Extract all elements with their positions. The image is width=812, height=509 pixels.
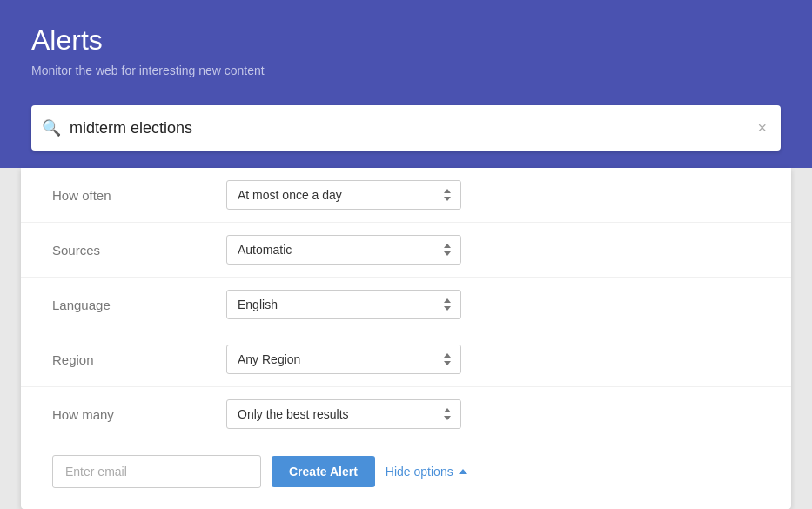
page-title: Alerts [31, 24, 781, 57]
option-label-language: Language [52, 298, 226, 312]
option-select-region[interactable]: Any RegionUnited StatesUnited KingdomCan… [226, 345, 461, 374]
option-select-language[interactable]: All LanguagesEnglishSpanishFrenchGerman [226, 290, 461, 319]
option-select-sources[interactable]: AutomaticNewsBlogsWebVideoBooksDiscussio… [226, 235, 461, 265]
chevron-up-icon [459, 469, 467, 474]
clear-search-button[interactable]: × [754, 117, 770, 139]
footer-row: Create Alert Hide options [21, 441, 791, 488]
hide-options-button[interactable]: Hide options [386, 465, 467, 479]
page-subtitle: Monitor the web for interesting new cont… [31, 64, 781, 77]
search-input[interactable] [70, 119, 754, 137]
option-select-how-often[interactable]: As it happensAt most once a dayAt most o… [226, 180, 461, 210]
option-label-how-often: How often [52, 188, 226, 203]
option-label-sources: Sources [52, 243, 226, 258]
search-icon: 🔍 [42, 118, 61, 137]
option-row-how-many: How manyOnly the best resultsAll results [21, 387, 791, 441]
option-row-region: RegionAny RegionUnited StatesUnited King… [21, 332, 791, 387]
option-select-how-many[interactable]: Only the best resultsAll results [226, 399, 461, 429]
hide-options-label: Hide options [386, 465, 453, 479]
option-row-how-often: How oftenAs it happensAt most once a day… [21, 168, 791, 223]
options-rows: How oftenAs it happensAt most once a day… [21, 168, 791, 441]
search-bar: 🔍 × [31, 105, 781, 151]
create-alert-button[interactable]: Create Alert [272, 456, 375, 487]
email-input[interactable] [52, 455, 261, 488]
search-bar-container: 🔍 × [0, 105, 812, 168]
header: Alerts Monitor the web for interesting n… [0, 0, 812, 105]
option-row-sources: SourcesAutomaticNewsBlogsWebVideoBooksDi… [21, 223, 791, 278]
page: Alerts Monitor the web for interesting n… [0, 0, 812, 509]
option-label-how-many: How many [52, 407, 226, 422]
option-row-language: LanguageAll LanguagesEnglishSpanishFrenc… [21, 278, 791, 332]
option-label-region: Region [52, 352, 226, 367]
options-panel: How oftenAs it happensAt most once a day… [21, 168, 791, 509]
